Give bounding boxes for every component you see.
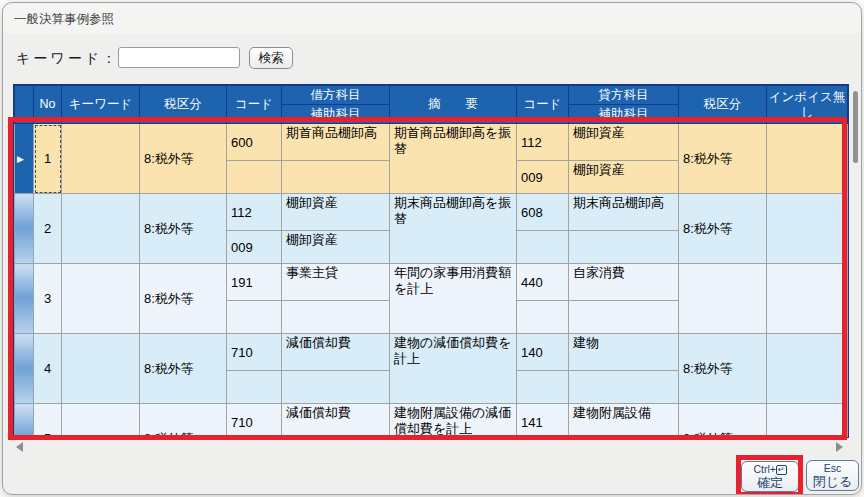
cell-debit-account[interactable]: 期首商品棚卸高 (282, 124, 390, 161)
cell-summary[interactable]: 建物附属設備の減価償却費を計上 (390, 404, 517, 439)
results-table: No キーワード 税区分 コード 借方科目 摘 要 コード 貸方科目 税区分 イ… (13, 84, 849, 438)
cell-credit-code[interactable]: 112 (517, 124, 569, 161)
cell-credit-subaccount[interactable] (569, 301, 679, 334)
cell-no[interactable]: 4 (34, 334, 62, 404)
row-selector[interactable] (15, 264, 34, 334)
cell-credit-code[interactable]: 140 (517, 334, 569, 371)
cell-summary[interactable]: 年間の家事用消費額を計上 (390, 264, 517, 334)
cell-credit-code[interactable]: 141 (517, 404, 569, 439)
row-selector[interactable] (15, 194, 34, 264)
dialog-window: 一般決算事例参照 キーワード： 検索 No キーワード 税区分 コード 借方科目… (2, 2, 862, 495)
cell-invoice[interactable] (767, 334, 848, 404)
cell-tax-debit[interactable]: 8:税外等 (140, 264, 227, 334)
cell-no[interactable]: 5 (34, 404, 62, 439)
cell-debit-code[interactable]: 112 (227, 194, 282, 231)
cell-credit-code[interactable]: 440 (517, 264, 569, 301)
cell-debit-account[interactable]: 事業主貸 (282, 264, 390, 301)
cell-tax-debit[interactable]: 8:税外等 (140, 404, 227, 439)
cell-tax-debit[interactable]: 8:税外等 (140, 194, 227, 264)
vertical-scrollbar-thumb[interactable] (853, 91, 858, 163)
window-title: 一般決算事例参照 (14, 11, 114, 28)
cell-summary[interactable]: 建物の減価償却費を計上 (390, 334, 517, 404)
cell-debit-subaccount[interactable]: 棚卸資産 (282, 231, 390, 264)
scroll-left-arrow-icon[interactable] (16, 442, 23, 452)
cell-debit-account[interactable]: 減価償却費 (282, 334, 390, 371)
search-button[interactable]: 検索 (249, 47, 293, 69)
scroll-right-arrow-icon[interactable] (836, 442, 843, 452)
cell-tax-credit[interactable]: 8:税外等 (679, 124, 767, 194)
header-tax-debit: 税区分 (140, 86, 227, 124)
titlebar: 一般決算事例参照 (3, 3, 861, 33)
cell-debit-subaccount[interactable] (282, 161, 390, 194)
cell-keyword[interactable] (62, 194, 140, 264)
table-row[interactable]: 5 8:税外等 710 減価償却費 建物附属設備の減価償却費を計上 141 建物… (15, 404, 848, 439)
cell-credit-account[interactable]: 建物 (569, 334, 679, 371)
header-invoice: インボイス無し (767, 86, 848, 124)
cell-invoice[interactable] (767, 404, 848, 439)
cell-keyword[interactable] (62, 124, 140, 194)
cell-tax-credit[interactable] (679, 264, 767, 334)
cell-tax-credit[interactable]: 8:税外等 (679, 194, 767, 264)
cell-credit-subaccount[interactable]: 棚卸資産 (569, 161, 679, 194)
cell-debit-subcode[interactable] (227, 161, 282, 194)
row-selector[interactable]: ▶ (15, 124, 34, 194)
cell-no[interactable]: 3 (34, 264, 62, 334)
header-code-credit: コード (517, 86, 569, 124)
cell-debit-account[interactable]: 減価償却費 (282, 404, 390, 439)
header-sub-account-credit: 補助科目 (569, 105, 679, 124)
cell-summary[interactable]: 期末商品棚卸高を振替 (390, 194, 517, 264)
cell-credit-account[interactable]: 自家消費 (569, 264, 679, 301)
cell-invoice[interactable] (767, 124, 848, 194)
confirm-button-label: 確定 (742, 476, 798, 490)
cell-credit-subcode[interactable] (517, 371, 569, 404)
enter-key-icon: ↵ (776, 465, 787, 475)
row-selector[interactable] (15, 404, 34, 439)
cell-credit-subaccount[interactable] (569, 371, 679, 404)
cell-credit-code[interactable]: 608 (517, 194, 569, 231)
close-button-label: 閉じる (807, 475, 858, 489)
cell-tax-debit[interactable]: 8:税外等 (140, 124, 227, 194)
cell-credit-account[interactable]: 棚卸資産 (569, 124, 679, 161)
cell-credit-subcode[interactable]: 009 (517, 161, 569, 194)
cell-invoice[interactable] (767, 264, 848, 334)
cell-invoice[interactable] (767, 194, 848, 264)
cell-keyword[interactable] (62, 334, 140, 404)
cell-debit-code[interactable]: 191 (227, 264, 282, 301)
cell-debit-subaccount[interactable] (282, 371, 390, 404)
cell-debit-code[interactable]: 710 (227, 404, 282, 439)
cell-tax-credit[interactable]: 8:税外等 (679, 334, 767, 404)
cell-no[interactable]: 2 (34, 194, 62, 264)
header-selector (15, 86, 34, 124)
cell-debit-subcode[interactable]: 009 (227, 231, 282, 264)
close-button[interactable]: Esc 閉じる (806, 460, 859, 491)
selected-row-arrow-icon: ▶ (17, 154, 24, 164)
table-row[interactable]: ▶ 1 8:税外等 600 期首商品棚卸高 期首商品棚卸高を振替 112 棚卸資… (15, 124, 848, 161)
header-keyword: キーワード (62, 86, 140, 124)
close-shortcut-label: Esc (807, 463, 858, 475)
cell-credit-subcode[interactable] (517, 301, 569, 334)
cell-debit-code[interactable]: 600 (227, 124, 282, 161)
cell-credit-account[interactable]: 期末商品棚卸高 (569, 194, 679, 231)
cell-debit-account[interactable]: 棚卸資産 (282, 194, 390, 231)
header-code-debit: コード (227, 86, 282, 124)
table-row[interactable]: 3 8:税外等 191 事業主貸 年間の家事用消費額を計上 440 自家消費 (15, 264, 848, 301)
cell-keyword[interactable] (62, 404, 140, 439)
cell-keyword[interactable] (62, 264, 140, 334)
confirm-button[interactable]: Ctrl+↵ 確定 (741, 461, 799, 492)
cell-summary[interactable]: 期首商品棚卸高を振替 (390, 124, 517, 194)
cell-tax-credit[interactable]: 8:税外等 (679, 404, 767, 439)
table-row[interactable]: 2 8:税外等 112 棚卸資産 期末商品棚卸高を振替 608 期末商品棚卸高 … (15, 194, 848, 231)
cell-debit-code[interactable]: 710 (227, 334, 282, 371)
cell-credit-account[interactable]: 建物附属設備 (569, 404, 679, 439)
row-selector[interactable] (15, 334, 34, 404)
cell-debit-subaccount[interactable] (282, 301, 390, 334)
cell-no[interactable]: 1 (34, 124, 62, 194)
confirm-shortcut-label: Ctrl+↵ (742, 464, 798, 476)
cell-debit-subcode[interactable] (227, 371, 282, 404)
cell-credit-subcode[interactable] (517, 231, 569, 264)
keyword-input[interactable] (118, 47, 240, 68)
table-row[interactable]: 4 8:税外等 710 減価償却費 建物の減価償却費を計上 140 建物 8:税… (15, 334, 848, 371)
cell-debit-subcode[interactable] (227, 301, 282, 334)
cell-tax-debit[interactable]: 8:税外等 (140, 334, 227, 404)
cell-credit-subaccount[interactable] (569, 231, 679, 264)
